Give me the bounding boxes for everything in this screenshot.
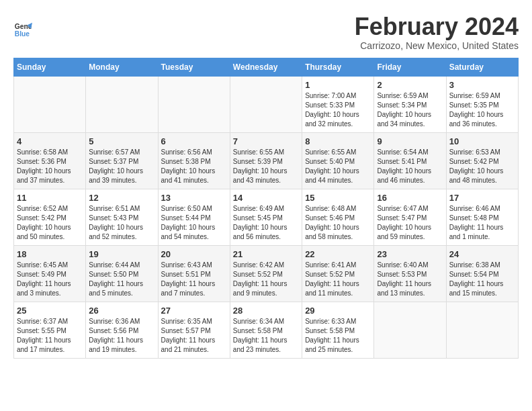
day-info: Sunrise: 6:35 AMSunset: 5:57 PMDaylight:… bbox=[161, 317, 227, 355]
day-info: Sunrise: 6:47 AMSunset: 5:47 PMDaylight:… bbox=[377, 204, 443, 242]
day-info: Sunrise: 6:45 AMSunset: 5:49 PMDaylight:… bbox=[17, 261, 83, 298]
day-number: 23 bbox=[377, 249, 443, 259]
day-cell: 20Sunrise: 6:43 AMSunset: 5:51 PMDayligh… bbox=[158, 245, 230, 302]
header-cell-saturday: Saturday bbox=[446, 58, 518, 76]
day-cell: 6Sunrise: 6:56 AMSunset: 5:38 PMDaylight… bbox=[158, 132, 230, 189]
header-cell-monday: Monday bbox=[86, 58, 158, 76]
calendar-title: February 2024 bbox=[355, 13, 519, 40]
day-info: Sunrise: 6:41 AMSunset: 5:52 PMDaylight:… bbox=[305, 261, 371, 298]
day-cell: 8Sunrise: 6:55 AMSunset: 5:40 PMDaylight… bbox=[302, 132, 374, 189]
week-row-2: 4Sunrise: 6:58 AMSunset: 5:36 PMDaylight… bbox=[14, 132, 519, 189]
header-cell-sunday: Sunday bbox=[14, 58, 86, 76]
day-number: 29 bbox=[305, 306, 371, 316]
day-number: 27 bbox=[161, 306, 227, 316]
day-number: 24 bbox=[449, 249, 515, 259]
day-info: Sunrise: 7:00 AMSunset: 5:33 PMDaylight:… bbox=[305, 91, 371, 129]
day-cell bbox=[374, 302, 446, 358]
header-cell-thursday: Thursday bbox=[302, 58, 374, 76]
day-number: 5 bbox=[89, 136, 154, 146]
day-number: 6 bbox=[161, 136, 227, 146]
day-number: 18 bbox=[17, 249, 83, 259]
calendar-subtitle: Carrizozo, New Mexico, United States bbox=[355, 40, 519, 51]
day-cell: 24Sunrise: 6:38 AMSunset: 5:54 PMDayligh… bbox=[446, 245, 518, 302]
day-cell: 1Sunrise: 7:00 AMSunset: 5:33 PMDaylight… bbox=[302, 76, 374, 132]
day-number: 25 bbox=[17, 306, 83, 316]
day-info: Sunrise: 6:42 AMSunset: 5:52 PMDaylight:… bbox=[233, 261, 299, 298]
day-cell: 13Sunrise: 6:50 AMSunset: 5:44 PMDayligh… bbox=[158, 189, 230, 245]
day-number: 2 bbox=[377, 80, 443, 90]
day-cell: 12Sunrise: 6:51 AMSunset: 5:43 PMDayligh… bbox=[86, 189, 158, 245]
day-info: Sunrise: 6:59 AMSunset: 5:34 PMDaylight:… bbox=[377, 91, 443, 129]
day-info: Sunrise: 6:40 AMSunset: 5:53 PMDaylight:… bbox=[377, 261, 443, 298]
day-number: 21 bbox=[233, 249, 299, 259]
day-number: 26 bbox=[89, 306, 154, 316]
day-cell: 19Sunrise: 6:44 AMSunset: 5:50 PMDayligh… bbox=[86, 245, 158, 302]
day-info: Sunrise: 6:37 AMSunset: 5:55 PMDaylight:… bbox=[17, 317, 83, 355]
week-row-1: 1Sunrise: 7:00 AMSunset: 5:33 PMDaylight… bbox=[14, 76, 519, 132]
day-cell: 15Sunrise: 6:48 AMSunset: 5:46 PMDayligh… bbox=[302, 189, 374, 245]
day-cell: 25Sunrise: 6:37 AMSunset: 5:55 PMDayligh… bbox=[14, 302, 86, 358]
week-row-3: 11Sunrise: 6:52 AMSunset: 5:42 PMDayligh… bbox=[14, 189, 519, 245]
day-number: 28 bbox=[233, 306, 299, 316]
day-cell: 27Sunrise: 6:35 AMSunset: 5:57 PMDayligh… bbox=[158, 302, 230, 358]
day-info: Sunrise: 6:38 AMSunset: 5:54 PMDaylight:… bbox=[449, 261, 515, 298]
header-row: SundayMondayTuesdayWednesdayThursdayFrid… bbox=[14, 58, 519, 76]
day-cell: 5Sunrise: 6:57 AMSunset: 5:37 PMDaylight… bbox=[86, 132, 158, 189]
day-cell: 17Sunrise: 6:46 AMSunset: 5:48 PMDayligh… bbox=[446, 189, 518, 245]
day-info: Sunrise: 6:36 AMSunset: 5:56 PMDaylight:… bbox=[89, 317, 154, 355]
day-cell bbox=[86, 76, 158, 132]
day-number: 17 bbox=[449, 193, 515, 203]
day-info: Sunrise: 6:56 AMSunset: 5:38 PMDaylight:… bbox=[161, 148, 227, 185]
day-cell: 7Sunrise: 6:55 AMSunset: 5:39 PMDaylight… bbox=[230, 132, 302, 189]
logo-icon: General Blue bbox=[13, 20, 32, 39]
day-cell bbox=[230, 76, 302, 132]
day-number: 19 bbox=[89, 249, 154, 259]
day-info: Sunrise: 6:59 AMSunset: 5:35 PMDaylight:… bbox=[449, 91, 515, 129]
day-info: Sunrise: 6:54 AMSunset: 5:41 PMDaylight:… bbox=[377, 148, 443, 185]
day-info: Sunrise: 6:51 AMSunset: 5:43 PMDaylight:… bbox=[89, 204, 154, 242]
day-number: 22 bbox=[305, 249, 371, 259]
calendar-body: 1Sunrise: 7:00 AMSunset: 5:33 PMDaylight… bbox=[14, 76, 519, 358]
day-info: Sunrise: 6:43 AMSunset: 5:51 PMDaylight:… bbox=[161, 261, 227, 298]
header-cell-friday: Friday bbox=[374, 58, 446, 76]
day-cell bbox=[446, 302, 518, 358]
day-number: 1 bbox=[305, 80, 371, 90]
day-cell: 10Sunrise: 6:53 AMSunset: 5:42 PMDayligh… bbox=[446, 132, 518, 189]
day-number: 15 bbox=[305, 193, 371, 203]
calendar-table: SundayMondayTuesdayWednesdayThursdayFrid… bbox=[13, 58, 519, 359]
logo: General Blue bbox=[13, 20, 32, 39]
day-info: Sunrise: 6:55 AMSunset: 5:40 PMDaylight:… bbox=[305, 148, 371, 185]
day-number: 12 bbox=[89, 193, 154, 203]
week-row-4: 18Sunrise: 6:45 AMSunset: 5:49 PMDayligh… bbox=[14, 245, 519, 302]
page-header: General Blue February 2024 Carrizozo, Ne… bbox=[13, 13, 519, 51]
day-cell: 23Sunrise: 6:40 AMSunset: 5:53 PMDayligh… bbox=[374, 245, 446, 302]
day-cell: 3Sunrise: 6:59 AMSunset: 5:35 PMDaylight… bbox=[446, 76, 518, 132]
day-number: 7 bbox=[233, 136, 299, 146]
day-cell: 18Sunrise: 6:45 AMSunset: 5:49 PMDayligh… bbox=[14, 245, 86, 302]
header-cell-wednesday: Wednesday bbox=[230, 58, 302, 76]
day-cell: 29Sunrise: 6:33 AMSunset: 5:58 PMDayligh… bbox=[302, 302, 374, 358]
day-cell: 2Sunrise: 6:59 AMSunset: 5:34 PMDaylight… bbox=[374, 76, 446, 132]
day-info: Sunrise: 6:57 AMSunset: 5:37 PMDaylight:… bbox=[89, 148, 154, 185]
day-cell: 26Sunrise: 6:36 AMSunset: 5:56 PMDayligh… bbox=[86, 302, 158, 358]
day-cell: 9Sunrise: 6:54 AMSunset: 5:41 PMDaylight… bbox=[374, 132, 446, 189]
day-number: 9 bbox=[377, 136, 443, 146]
day-number: 10 bbox=[449, 136, 515, 146]
day-cell: 22Sunrise: 6:41 AMSunset: 5:52 PMDayligh… bbox=[302, 245, 374, 302]
day-info: Sunrise: 6:52 AMSunset: 5:42 PMDaylight:… bbox=[17, 204, 83, 242]
day-info: Sunrise: 6:48 AMSunset: 5:46 PMDaylight:… bbox=[305, 204, 371, 242]
day-info: Sunrise: 6:58 AMSunset: 5:36 PMDaylight:… bbox=[17, 148, 83, 185]
day-info: Sunrise: 6:34 AMSunset: 5:58 PMDaylight:… bbox=[233, 317, 299, 355]
day-info: Sunrise: 6:50 AMSunset: 5:44 PMDaylight:… bbox=[161, 204, 227, 242]
day-info: Sunrise: 6:33 AMSunset: 5:58 PMDaylight:… bbox=[305, 317, 371, 355]
day-number: 4 bbox=[17, 136, 83, 146]
day-number: 20 bbox=[161, 249, 227, 259]
svg-text:Blue: Blue bbox=[15, 30, 30, 38]
day-number: 11 bbox=[17, 193, 83, 203]
title-block: February 2024 Carrizozo, New Mexico, Uni… bbox=[355, 13, 519, 51]
day-number: 13 bbox=[161, 193, 227, 203]
day-info: Sunrise: 6:44 AMSunset: 5:50 PMDaylight:… bbox=[89, 261, 154, 298]
day-info: Sunrise: 6:49 AMSunset: 5:45 PMDaylight:… bbox=[233, 204, 299, 242]
day-cell: 28Sunrise: 6:34 AMSunset: 5:58 PMDayligh… bbox=[230, 302, 302, 358]
week-row-5: 25Sunrise: 6:37 AMSunset: 5:55 PMDayligh… bbox=[14, 302, 519, 358]
